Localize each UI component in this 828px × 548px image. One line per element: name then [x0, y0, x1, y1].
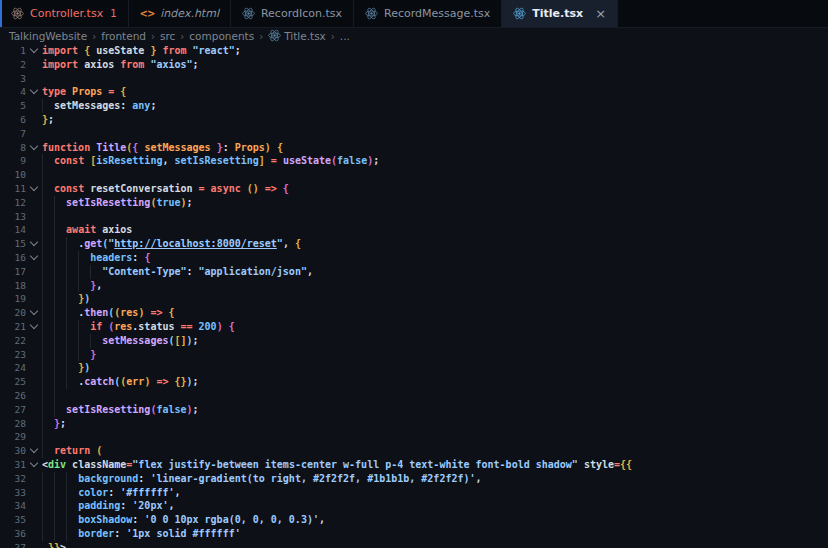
- chevron-down-icon[interactable]: [26, 458, 42, 472]
- line-number[interactable]: 7: [0, 127, 26, 141]
- code-line[interactable]: 31<div className="flex justify-between i…: [0, 458, 828, 472]
- code-line[interactable]: 28 };: [0, 417, 828, 431]
- chevron-down-icon[interactable]: [26, 444, 42, 458]
- code-line[interactable]: 30 return (: [0, 444, 828, 458]
- chevron-down-icon[interactable]: [26, 306, 42, 320]
- code-line[interactable]: 26: [0, 389, 828, 403]
- code-line[interactable]: 5 setMessages: any;: [0, 99, 828, 113]
- code-line[interactable]: 34 padding: '20px',: [0, 499, 828, 513]
- code-line[interactable]: 23 }: [0, 348, 828, 362]
- code-text[interactable]: function Title({ setMessages }: Props) {: [42, 141, 828, 155]
- code-line[interactable]: 10: [0, 168, 828, 182]
- code-text[interactable]: <div className="flex justify-between ite…: [42, 458, 828, 472]
- code-text[interactable]: await axios: [42, 223, 828, 237]
- line-number[interactable]: 8: [0, 141, 26, 155]
- line-number[interactable]: 12: [0, 196, 26, 210]
- line-number[interactable]: 23: [0, 348, 26, 362]
- code-line[interactable]: 15 .get("http://localhost:8000/reset", {: [0, 237, 828, 251]
- chevron-down-icon[interactable]: [26, 141, 42, 155]
- code-text[interactable]: .catch((err) => {});: [42, 375, 828, 389]
- code-text[interactable]: }): [42, 361, 828, 375]
- tab-controller-tsx[interactable]: Controller.tsx1: [0, 0, 129, 27]
- code-text[interactable]: [42, 127, 828, 141]
- code-text[interactable]: "Content-Type": "application/json",: [42, 265, 828, 279]
- code-text[interactable]: },: [42, 279, 828, 293]
- code-line[interactable]: 16 headers: {: [0, 251, 828, 265]
- line-number[interactable]: 16: [0, 251, 26, 265]
- line-number[interactable]: 30: [0, 444, 26, 458]
- code-line[interactable]: 27 setIsResetting(false);: [0, 403, 828, 417]
- line-number[interactable]: 1: [0, 44, 26, 58]
- line-number[interactable]: 26: [0, 389, 26, 403]
- code-editor[interactable]: 1import { useState } from "react";2impor…: [0, 44, 828, 548]
- code-text[interactable]: boxShadow: '0 0 10px rgba(0, 0, 0, 0.3)'…: [42, 513, 828, 527]
- chevron-down-icon[interactable]: [26, 237, 42, 251]
- line-number[interactable]: 22: [0, 334, 26, 348]
- code-line[interactable]: 35 boxShadow: '0 0 10px rgba(0, 0, 0, 0.…: [0, 513, 828, 527]
- line-number[interactable]: 19: [0, 292, 26, 306]
- code-text[interactable]: }}>: [42, 541, 828, 548]
- code-text[interactable]: [42, 430, 828, 444]
- code-text[interactable]: border: '1px solid #ffffff': [42, 527, 828, 541]
- code-text[interactable]: const [isResetting, setIsResetting] = us…: [42, 154, 828, 168]
- code-text[interactable]: background: 'linear-gradient(to right, #…: [42, 472, 828, 486]
- code-text[interactable]: import axios from "axios";: [42, 58, 828, 72]
- line-number[interactable]: 14: [0, 223, 26, 237]
- code-text[interactable]: .then((res) => {: [42, 306, 828, 320]
- line-number[interactable]: 5: [0, 99, 26, 113]
- line-number[interactable]: 33: [0, 486, 26, 500]
- line-number[interactable]: 29: [0, 430, 26, 444]
- code-line[interactable]: 13: [0, 210, 828, 224]
- code-line[interactable]: 18 },: [0, 279, 828, 293]
- code-text[interactable]: padding: '20px',: [42, 499, 828, 513]
- code-line[interactable]: 4type Props = {: [0, 85, 828, 99]
- code-text[interactable]: setMessages: any;: [42, 99, 828, 113]
- code-line[interactable]: 6};: [0, 113, 828, 127]
- line-number[interactable]: 13: [0, 210, 26, 224]
- line-number[interactable]: 27: [0, 403, 26, 417]
- code-text[interactable]: setIsResetting(false);: [42, 403, 828, 417]
- code-text[interactable]: setMessages([]);: [42, 334, 828, 348]
- code-line[interactable]: 32 background: 'linear-gradient(to right…: [0, 472, 828, 486]
- tab-recordmessage-tsx[interactable]: RecordMessage.tsx: [354, 0, 502, 27]
- line-number[interactable]: 6: [0, 113, 26, 127]
- code-text[interactable]: }: [42, 348, 828, 362]
- code-line[interactable]: 29: [0, 430, 828, 444]
- line-number[interactable]: 11: [0, 182, 26, 196]
- breadcrumb-item-talkingwebsite[interactable]: TalkingWebsite: [9, 30, 87, 42]
- line-number[interactable]: 36: [0, 527, 26, 541]
- code-line[interactable]: 21 if (res.status == 200) {: [0, 320, 828, 334]
- line-number[interactable]: 9: [0, 154, 26, 168]
- code-text[interactable]: [42, 389, 828, 403]
- code-line[interactable]: 33 color: '#ffffff',: [0, 486, 828, 500]
- line-number[interactable]: 17: [0, 265, 26, 279]
- code-line[interactable]: 37 }}>: [0, 541, 828, 548]
- line-number[interactable]: 28: [0, 417, 26, 431]
- code-line[interactable]: 24 }): [0, 361, 828, 375]
- code-line[interactable]: 22 setMessages([]);: [0, 334, 828, 348]
- code-text[interactable]: if (res.status == 200) {: [42, 320, 828, 334]
- code-text[interactable]: headers: {: [42, 251, 828, 265]
- code-line[interactable]: 3: [0, 72, 828, 86]
- breadcrumb-item-components[interactable]: components: [189, 30, 254, 42]
- code-line[interactable]: 25 .catch((err) => {});: [0, 375, 828, 389]
- code-line[interactable]: 8function Title({ setMessages }: Props) …: [0, 141, 828, 155]
- line-number[interactable]: 10: [0, 168, 26, 182]
- code-line[interactable]: 19 }): [0, 292, 828, 306]
- code-line[interactable]: 36 border: '1px solid #ffffff': [0, 527, 828, 541]
- chevron-down-icon[interactable]: [26, 320, 42, 334]
- chevron-down-icon[interactable]: [26, 85, 42, 99]
- line-number[interactable]: 21: [0, 320, 26, 334]
- chevron-down-icon[interactable]: [26, 182, 42, 196]
- chevron-down-icon[interactable]: [26, 251, 42, 265]
- code-line[interactable]: 2import axios from "axios";: [0, 58, 828, 72]
- code-text[interactable]: }): [42, 292, 828, 306]
- code-line[interactable]: 7: [0, 127, 828, 141]
- code-line[interactable]: 12 setIsResetting(true);: [0, 196, 828, 210]
- code-line[interactable]: 14 await axios: [0, 223, 828, 237]
- line-number[interactable]: 34: [0, 499, 26, 513]
- breadcrumb-item-symbol[interactable]: ...: [340, 30, 350, 42]
- tab-recordicon-tsx[interactable]: RecordIcon.tsx: [231, 0, 354, 27]
- breadcrumb-item-frontend[interactable]: frontend: [101, 30, 146, 42]
- chevron-down-icon[interactable]: [26, 44, 42, 58]
